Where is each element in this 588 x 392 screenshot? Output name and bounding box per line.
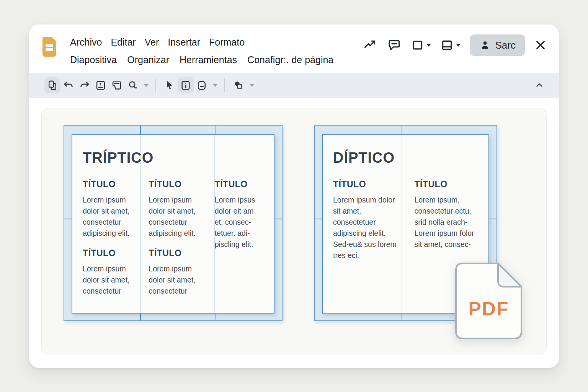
triptych-page: TRÍPTICO TÍTULO Lorem ipsum dolor sit am…: [72, 134, 274, 314]
menu-organizar[interactable]: Organizar: [127, 54, 169, 66]
content-section: TÍTULO Lorem ipsum dolor sit amet, conse…: [149, 179, 197, 239]
layout-button[interactable]: [109, 77, 125, 93]
slide-frame-button[interactable]: [411, 39, 431, 52]
comment-icon: [387, 38, 402, 52]
shape-button[interactable]: [194, 77, 210, 93]
fold-mark: [402, 314, 402, 320]
chevron-up-icon: [534, 80, 544, 90]
menu-diapositiva[interactable]: Diapositiva: [70, 54, 117, 66]
select-cursor-button[interactable]: [162, 77, 178, 93]
menubar: Archivo Editar Ver Insertar Formato Diap…: [70, 36, 333, 66]
cursor-icon: [164, 80, 175, 91]
menu-archivo[interactable]: Archivo: [70, 36, 102, 49]
person-icon: [479, 39, 491, 51]
blank-slide-icon: [411, 39, 424, 52]
triptych-column-1: TÍTULO Lorem ipsum dolor sit amet, conse…: [83, 179, 131, 297]
triptych-title: TRÍPTICO: [83, 150, 263, 166]
pdf-file-badge: PDF: [455, 263, 522, 339]
trend-icon: [363, 38, 377, 52]
duplicate-slide-button[interactable]: [44, 77, 60, 93]
triptych-column-3: TÍTULO Lorem ipsus dolor eit am et, cons…: [215, 179, 263, 297]
chevron-down-icon: [456, 44, 461, 47]
fold-mark: [216, 126, 216, 134]
chevron-down-icon: [250, 84, 254, 87]
duplicate-icon: [47, 80, 58, 91]
text-box-button[interactable]: [178, 77, 194, 93]
section-body: Lorem ipsum dolor sit amet, consectetur: [149, 263, 197, 297]
section-heading: TÍTULO: [83, 248, 131, 258]
section-heading: TÍTULO: [149, 179, 197, 189]
slide-canvas: TRÍPTICO TÍTULO Lorem ipsum dolor sit am…: [41, 108, 547, 355]
toolbar-separator: [155, 78, 156, 92]
fold-mark: [140, 126, 141, 134]
close-button[interactable]: [534, 39, 547, 51]
paint-format-button[interactable]: [125, 77, 141, 93]
chevron-down-icon: [426, 44, 431, 47]
content-section: TÍTULO Lorem ipsum dolor sit amet. conse…: [333, 179, 397, 261]
diptych-column-1: TÍTULO Lorem ipsum dolor sit amet. conse…: [333, 179, 397, 261]
slides-app-logo: [42, 36, 57, 57]
fold-mark: [489, 219, 497, 219]
app-window: Archivo Editar Ver Insertar Formato Diap…: [29, 24, 559, 368]
menu-herramientas[interactable]: Herramientas: [180, 54, 237, 66]
section-heading: TÍTULO: [415, 179, 479, 189]
pdf-label: PDF: [455, 298, 522, 320]
close-icon: [534, 39, 547, 51]
section-body: Lorem ipsus dolor eit am et, consec- tet…: [215, 194, 263, 250]
chevron-down-icon: [144, 84, 149, 87]
menu-configuracion-pagina[interactable]: Conafigr:. de página: [247, 54, 333, 66]
menu-ver[interactable]: Ver: [145, 36, 159, 49]
new-slide-icon: [95, 80, 106, 91]
undo-icon: [63, 80, 74, 91]
fold-mark: [64, 219, 72, 219]
menubar-row-2: Diapositiva Organizar Herramientas Conaf…: [70, 54, 333, 66]
merge-shapes-button[interactable]: [230, 77, 247, 93]
content-section: TÍTULO Lorem ipsum dolor sit amet, conse…: [149, 248, 197, 297]
slide-footer-button[interactable]: [441, 39, 461, 52]
fold-mark: [274, 219, 282, 219]
slides-logo-icon: [42, 36, 57, 57]
comments-button[interactable]: [387, 38, 402, 52]
undo-button[interactable]: [60, 77, 77, 93]
section-heading: TÍTULO: [83, 179, 131, 189]
account-button[interactable]: Sarc: [470, 34, 525, 56]
toolbar-separator: [224, 78, 225, 92]
insights-button[interactable]: [363, 38, 377, 52]
layout-icon: [111, 80, 122, 91]
fold-mark: [315, 219, 322, 219]
header-actions: Sarc: [363, 34, 547, 57]
diptych-title: DÍPTICO: [333, 150, 478, 166]
section-body: Lorem ipsum dolor sit amet. consectetuer…: [333, 194, 397, 261]
menu-insertar[interactable]: Insertar: [168, 36, 200, 49]
content-section: TÍTULO Lorem ipsum, consectetur ectu, sr…: [415, 179, 479, 250]
redo-icon: [79, 80, 90, 91]
new-slide-button[interactable]: [93, 77, 109, 93]
section-heading: TÍTULO: [149, 248, 197, 258]
menubar-row-1: Archivo Editar Ver Insertar Formato: [70, 36, 333, 49]
diptych-column-2: TÍTULO Lorem ipsum, consectetur ectu, sr…: [415, 179, 479, 261]
layout-slide-icon: [441, 39, 454, 52]
merge-shapes-icon: [233, 80, 244, 91]
collapse-toolbar-button[interactable]: [531, 77, 547, 93]
account-label: Sarc: [495, 39, 516, 51]
content-section: TÍTULO Lorem ipsum dolor sit amet, conse…: [83, 248, 131, 297]
menu-formato[interactable]: Formato: [209, 36, 245, 49]
fold-mark: [402, 126, 402, 134]
menu-editar[interactable]: Editar: [111, 36, 136, 49]
text-box-icon: [180, 80, 191, 91]
section-body: Lorem ipsum dolor sit amet, consectetur …: [149, 194, 197, 239]
content-section: TÍTULO Lorem ipsus dolor eit am et, cons…: [215, 179, 263, 250]
fold-mark: [216, 314, 216, 320]
section-body: Lorem ipsum dolor sit amet, consectetur: [83, 263, 131, 297]
toolbar: [29, 73, 559, 98]
fold-mark: [140, 314, 141, 320]
section-heading: TÍTULO: [215, 179, 263, 189]
triptych-column-2: TÍTULO Lorem ipsum dolor sit amet, conse…: [149, 179, 197, 297]
section-heading: TÍTULO: [333, 179, 397, 189]
triptych-slide[interactable]: TRÍPTICO TÍTULO Lorem ipsum dolor sit am…: [64, 125, 283, 321]
paint-format-icon: [127, 80, 139, 91]
content-section: TÍTULO Lorem ipsum dolor sit amet, conse…: [83, 179, 131, 239]
chevron-down-icon: [213, 84, 217, 87]
redo-button[interactable]: [77, 77, 93, 93]
header: Archivo Editar Ver Insertar Formato Diap…: [29, 24, 559, 73]
